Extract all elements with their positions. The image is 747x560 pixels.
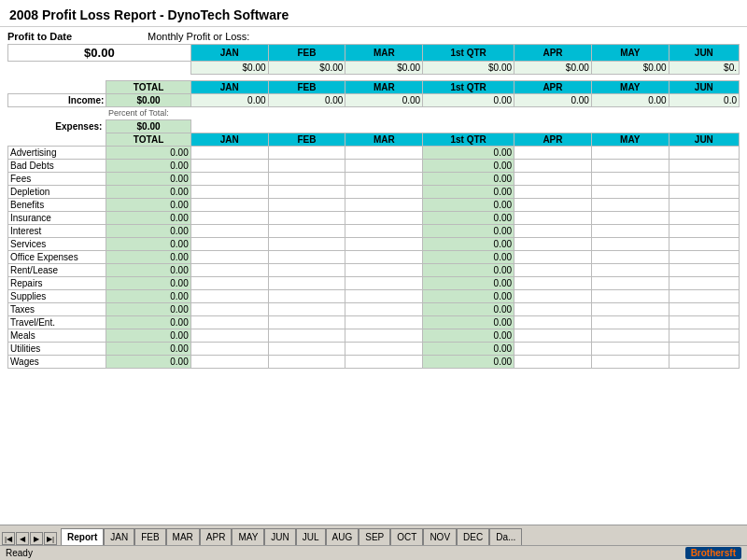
jan-header: JAN	[190, 45, 268, 62]
tab-feb[interactable]: FEB	[134, 528, 165, 545]
income-qtr1: 0.00	[423, 94, 514, 107]
tab-mar[interactable]: MAR	[166, 528, 200, 545]
repairs-label: Repairs	[8, 277, 106, 290]
fees-label: Fees	[8, 173, 106, 186]
advertising-label: Advertising	[8, 147, 106, 160]
nav-arrows: |◀ ◀ ▶ ▶|	[2, 532, 57, 545]
tab-apr[interactable]: APR	[200, 528, 233, 545]
percent-label: Percent of Total:	[106, 107, 740, 119]
feb-header: FEB	[268, 45, 345, 62]
jan-col-header2: JAN	[190, 81, 268, 94]
expense-row-office-expenses: Office Expenses 0.00 0.00	[8, 251, 740, 264]
logo-text: Brothers	[691, 548, 730, 558]
expense-row-taxes: Taxes 0.00 0.00	[8, 303, 740, 316]
jun-monthly: $0.	[669, 62, 739, 75]
income-apr: 0.00	[514, 94, 592, 107]
qtr1-monthly: $0.00	[423, 62, 514, 75]
apr-header: APR	[514, 45, 592, 62]
tab-sep[interactable]: SEP	[359, 528, 390, 545]
title-bar: 2008 Profit Loss Report - DynoTech Softw…	[0, 0, 747, 27]
expense-row-bad-debts: Bad Debts 0.00 0.00	[8, 160, 740, 173]
tab-jan[interactable]: JAN	[104, 528, 134, 545]
expenses-label: Expenses:	[8, 120, 106, 133]
profit-header: Profit to Date Monthly Profit or Loss:	[7, 31, 740, 42]
meals-label: Meals	[8, 329, 106, 343]
tab-jul[interactable]: JUL	[296, 528, 326, 545]
income-mar: 0.00	[345, 94, 423, 107]
services-label: Services	[8, 238, 106, 251]
profit-value-cell: $0.00	[8, 45, 191, 62]
expense-row-wages: Wages 0.00 0.00	[8, 356, 740, 369]
tab-aug[interactable]: AUG	[326, 528, 359, 545]
tab-report[interactable]: Report	[61, 528, 104, 545]
qtr1-header: 1st QTR	[423, 45, 514, 62]
utilities-label: Utilities	[8, 343, 106, 356]
apr-col-header2: APR	[514, 81, 592, 94]
page-title: 2008 Profit Loss Report - DynoTech Softw…	[9, 7, 738, 22]
last-sheet-button[interactable]: ▶|	[44, 532, 57, 545]
expense-row-fees: Fees 0.00 0.00	[8, 173, 740, 186]
exp-qtr1-header: 1st QTR	[423, 133, 514, 147]
expense-row-interest: Interest 0.00 0.00	[8, 225, 740, 238]
exp-total-header: TOTAL	[106, 133, 190, 147]
status-bar: Ready Brothersft	[0, 545, 747, 560]
expense-row-depletion: Depletion 0.00 0.00	[8, 186, 740, 199]
apr-monthly: $0.00	[514, 62, 592, 75]
tab-oct[interactable]: OCT	[390, 528, 423, 545]
feb-monthly: $0.00	[268, 62, 345, 75]
exp-feb-header: FEB	[268, 133, 345, 147]
next-sheet-button[interactable]: ▶	[30, 532, 43, 545]
depletion-label: Depletion	[8, 186, 106, 199]
jun-col-header2: JUN	[669, 81, 739, 94]
tab-da[interactable]: Da...	[489, 528, 522, 545]
bad-debts-label: Bad Debts	[8, 160, 106, 173]
income-jan: 0.00	[190, 94, 268, 107]
expense-row-insurance: Insurance 0.00 0.00	[8, 212, 740, 225]
expense-row-utilities: Utilities 0.00 0.00	[8, 343, 740, 356]
expenses-total: $0.00	[106, 120, 190, 133]
may-monthly: $0.00	[591, 62, 669, 75]
total-col-header: TOTAL	[106, 81, 190, 94]
feb-col-header2: FEB	[268, 81, 345, 94]
mar-header: MAR	[345, 45, 423, 62]
expense-row-services: Services 0.00 0.00	[8, 238, 740, 251]
advertising-total: 0.00	[106, 147, 190, 160]
monthly-profit-label: Monthly Profit or Loss:	[148, 31, 249, 42]
jan-monthly: $0.00	[190, 62, 268, 75]
prev-sheet-button[interactable]: ◀	[16, 532, 29, 545]
interest-label: Interest	[8, 225, 106, 238]
income-total: $0.00	[106, 94, 190, 107]
tab-nov[interactable]: NOV	[423, 528, 457, 545]
exp-apr-header: APR	[514, 133, 592, 147]
income-jun: 0.0	[669, 94, 739, 107]
expense-row-rent-lease: Rent/Lease 0.00 0.00	[8, 264, 740, 277]
exp-jan-header: JAN	[190, 133, 268, 147]
expenses-table: Expenses: $0.00 TOTAL JAN FEB MAR 1st QT…	[7, 119, 740, 369]
tab-dec[interactable]: DEC	[457, 528, 489, 545]
tab-bar: |◀ ◀ ▶ ▶| Report JAN FEB MAR APR MAY JUN…	[0, 525, 747, 545]
tab-may[interactable]: MAY	[232, 528, 264, 545]
rent-lease-label: Rent/Lease	[8, 264, 106, 277]
insurance-label: Insurance	[8, 212, 106, 225]
profit-to-date-label: Profit to Date	[7, 31, 129, 42]
status-text: Ready	[6, 548, 33, 558]
may-header: MAY	[591, 45, 669, 62]
logo-suffix: ft	[729, 548, 736, 558]
exp-jun-header: JUN	[669, 133, 739, 147]
mar-col-header2: MAR	[345, 81, 423, 94]
travel-ent-label: Travel/Ent.	[8, 316, 106, 329]
expense-row-travel-ent: Travel/Ent. 0.00 0.00	[8, 316, 740, 329]
jun-header: JUN	[669, 45, 739, 62]
first-sheet-button[interactable]: |◀	[2, 532, 15, 545]
advertising-qtr: 0.00	[423, 147, 514, 160]
income-feb: 0.00	[268, 94, 345, 107]
wages-label: Wages	[8, 356, 106, 369]
content-area: Profit to Date Monthly Profit or Loss: $…	[0, 27, 747, 525]
tab-jun[interactable]: JUN	[264, 528, 295, 545]
expense-row-supplies: Supplies 0.00 0.00	[8, 290, 740, 303]
supplies-label: Supplies	[8, 290, 106, 303]
exp-mar-header: MAR	[345, 133, 423, 147]
expense-row-benefits: Benefits 0.00 0.00	[8, 199, 740, 212]
qtr1-col-header2: 1st QTR	[423, 81, 514, 94]
main-window: 2008 Profit Loss Report - DynoTech Softw…	[0, 0, 747, 560]
